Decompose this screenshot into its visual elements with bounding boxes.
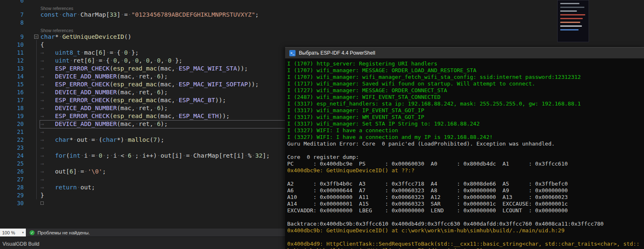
terminal-line: I (1707) wifi_manager: MESSAGE: ORDER_LO… [287,67,644,74]
line-number[interactable]: 21 [0,128,24,136]
codelens-show-references[interactable]: Show references [40,6,73,11]
terminal-line: Backtrace:0x400dbc9b:0x3ffcc610 0x400db4… [287,221,644,227]
terminal-line [287,147,644,154]
preview-line [560,25,582,27]
terminal-line: I (1717) wifi_manager: Saved wifi found … [287,80,644,87]
line-number[interactable]: 12 [0,57,24,65]
line-number[interactable]: 13 [0,65,24,73]
line-number[interactable]: 19 [0,112,24,120]
code-text: → [40,160,44,167]
terminal-line: hub\simhub\build/../main/HttpClient.cpp:… [287,247,644,249]
code-text: } [40,192,44,199]
terminal-line: I (1707) http_server: Registering URI ha… [287,60,644,67]
line-number[interactable]: 25 [0,160,24,168]
code-text: → DEVICE_ADD_NUMBER(mac,·ret,·6); [40,73,168,80]
terminal-line: A6 : 0x00000644 A7 : 0x00060323 A8 : 0x0… [287,187,644,194]
code-line-9[interactable]: 9char*·GetUniqueDeviceID()− [0,33,644,41]
line-number[interactable]: 17 [0,96,24,104]
line-number[interactable]: 14 [0,73,24,80]
line-number[interactable]: 10 [0,41,24,49]
preview-line [560,7,584,8]
line-number[interactable]: 8 [0,19,24,27]
zoom-level: 100 % [2,230,15,235]
line-number[interactable]: 11 [0,49,24,57]
terminal-line [287,214,644,221]
app-preview-thumbnail [557,0,589,42]
outline-guide-line [36,40,37,199]
terminal-line [287,174,644,181]
code-text: → DEVICE_ADD_NUMBER(mac,·ret,·6); [40,89,168,96]
code-text: const·char·CharMap[33]·=·"0123456789ABCD… [40,11,259,18]
terminal-line: A10 : 0x00000000 A11 : 0x00060323 A12 : … [287,194,644,201]
terminal-line: I (3317) wifi_manager: Set STA IP String… [287,121,644,127]
editor-status-row: 100 % ▾ ✓ Проблемы не найдены. [0,229,285,236]
codelens-show-references[interactable]: Show references [40,28,73,33]
terminal-line: I (3317) wifi_manager: IP_EVENT_STA_GOT_… [287,107,644,114]
terminal-line: I (3317) wifi_manager: WM_EVENT_STA_GOT_… [287,114,644,121]
terminal-line: I (2487) wifi_manager: WIFI_EVENT_STA_CO… [287,94,644,101]
terminal-line: Guru Meditation Error: Core 0 panic'ed (… [287,141,644,147]
line-number[interactable]: 20 [0,120,24,128]
line-number[interactable]: 7 [0,11,24,19]
terminal-line: 0x400db4d9: HttpClientTask::SendRequestT… [287,241,644,247]
line-number[interactable]: 30 [0,199,24,207]
terminal-output[interactable]: I (1707) http_server: Registering URI ha… [285,58,644,249]
line-number[interactable]: 24 [0,152,24,160]
terminal-line: 0x400dbc9e: GetUniqueDeviceID() at ??:? [287,167,644,174]
line-number[interactable]: 16 [0,88,24,96]
code-text: → char*·out·=·(char*)·malloc(7); [40,136,164,143]
line-number[interactable]: 9 [0,33,24,41]
code-text: → [40,128,44,135]
preview-line [560,18,583,19]
fold-end-marker [40,201,44,205]
preview-line [560,10,577,12]
terminal-line: 0x400dbc9b: GetUniqueDeviceID() at c:\wo… [287,227,644,234]
preview-line [560,14,585,15]
fold-collapse-icon[interactable]: − [34,35,38,39]
code-line-6[interactable]: 6 [0,0,644,5]
codelens-row: Show references [0,27,644,33]
terminal-line: I (1727) wifi_manager: MESSAGE: ORDER_CO… [287,87,644,94]
line-number[interactable]: 27 [0,176,24,184]
line-number[interactable]: 23 [0,144,24,152]
preview-line [560,22,580,23]
terminal-title: Выбрать ESP-IDF 4.4 PowerShell [299,50,375,56]
code-line-8[interactable]: 8 [0,19,644,27]
code-text: → return·out; [40,184,95,191]
preview-line [560,3,579,4]
tab-visualgdb-build[interactable]: VisualGDB Build [3,241,40,247]
powershell-icon: >_ [289,50,296,56]
code-text: → [40,144,44,151]
problems-status-text: Проблемы не найдены. [38,230,90,235]
line-number[interactable]: 26 [0,168,24,176]
code-text: → out[6]·=·'\0'; [40,168,106,175]
code-text: → DEVICE_ADD_NUMBER(mac,·ret,·6); [40,105,168,111]
zoom-control[interactable]: 100 % ▾ [0,229,26,236]
line-number[interactable]: 15 [0,80,24,88]
line-number[interactable]: 6 [0,0,24,5]
code-text: → ESP_ERROR_CHECK(esp_read_mac(mac,·ESP_… [40,65,248,72]
terminal-line: I (3317) esp_netif_handlers: sta ip: 192… [287,101,644,107]
line-number[interactable]: 18 [0,104,24,112]
powershell-window[interactable]: >_ Выбрать ESP-IDF 4.4 PowerShell I (170… [285,47,644,249]
code-line-7[interactable]: 7const·char·CharMap[33]·=·"0123456789ABC… [0,11,644,19]
terminal-line: I (3327) WIFI: I have a connection [287,127,644,134]
line-number[interactable]: 28 [0,184,24,191]
terminal-title-bar[interactable]: >_ Выбрать ESP-IDF 4.4 PowerShell [285,48,644,58]
document-health-indicator[interactable]: ✓ Проблемы не найдены. [26,229,285,236]
chevron-down-icon[interactable]: ▾ [22,231,24,234]
line-number[interactable]: 29 [0,191,24,199]
code-text: → DEVICE_ADD_NUMBER(mac,·ret,·6); [40,121,168,127]
terminal-line [287,234,644,241]
code-text: char*·GetUniqueDeviceID() [40,33,131,40]
code-text: → uint·ret[6]·=·{·0,·0,·0,·0,·0,·0·}; [40,57,183,64]
code-text: → for(int·i·=·0·;·i·<·6·;·i++)·out[i]·=·… [40,152,270,159]
terminal-line: PC : 0x400dbc9e PS : 0x00060030 A0 : 0x8… [287,161,644,167]
terminal-line: Core 0 register dump: [287,154,644,161]
codelens-row: Show references [0,5,644,11]
terminal-line: I (1707) wifi_manager: wifi_manager_fetc… [287,74,644,80]
preview-line [560,29,579,30]
terminal-line: I (3327) WIFI: I have a connection and m… [287,134,644,141]
code-text: → ESP_ERROR_CHECK(esp_read_mac(mac,·ESP_… [40,113,230,119]
line-number[interactable]: 22 [0,136,24,144]
